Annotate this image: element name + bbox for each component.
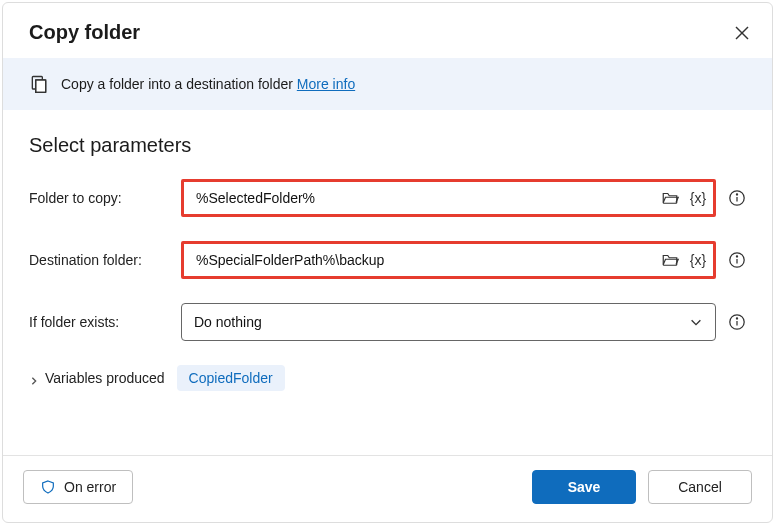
destination-folder-input[interactable] — [181, 241, 716, 279]
if-folder-exists-value: Do nothing — [194, 314, 262, 330]
footer-right-buttons: Save Cancel — [532, 470, 752, 504]
on-error-button[interactable]: On error — [23, 470, 133, 504]
variables-produced-label: Variables produced — [45, 370, 165, 386]
save-button[interactable]: Save — [532, 470, 636, 504]
svg-point-9 — [736, 256, 737, 257]
info-icon[interactable] — [728, 189, 746, 207]
destination-folder-icons: {x} — [660, 250, 708, 270]
dialog-titlebar: Copy folder — [3, 3, 772, 58]
dialog-title: Copy folder — [29, 21, 140, 44]
destination-folder-label: Destination folder: — [29, 252, 169, 268]
variable-picker-icon[interactable]: {x} — [688, 250, 708, 270]
cancel-button[interactable]: Cancel — [648, 470, 752, 504]
chevron-down-icon — [689, 315, 703, 329]
folder-to-copy-control: {x} — [181, 179, 716, 217]
folder-to-copy-label: Folder to copy: — [29, 190, 169, 206]
info-icon[interactable] — [728, 313, 746, 331]
field-folder-to-copy: Folder to copy: {x} — [29, 179, 746, 217]
dialog-body: Select parameters Folder to copy: {x} — [3, 110, 772, 455]
on-error-label: On error — [64, 479, 116, 495]
variables-produced-row: Variables produced CopiedFolder — [29, 365, 746, 391]
copy-folder-icon — [29, 74, 49, 94]
svg-point-12 — [736, 318, 737, 319]
copy-folder-dialog: Copy folder Copy a folder into a destina… — [2, 2, 773, 523]
variable-picker-icon[interactable]: {x} — [688, 188, 708, 208]
folder-to-copy-icons: {x} — [660, 188, 708, 208]
variables-produced-toggle[interactable]: Variables produced — [29, 370, 165, 386]
info-icon[interactable] — [728, 251, 746, 269]
if-folder-exists-select[interactable]: Do nothing — [181, 303, 716, 341]
close-icon[interactable] — [734, 25, 750, 41]
info-bar: Copy a folder into a destination folder … — [3, 58, 772, 110]
variable-chip[interactable]: CopiedFolder — [177, 365, 285, 391]
folder-to-copy-input[interactable] — [181, 179, 716, 217]
field-destination-folder: Destination folder: {x} — [29, 241, 746, 279]
shield-icon — [40, 479, 56, 495]
info-text: Copy a folder into a destination folder … — [61, 76, 355, 92]
svg-point-6 — [736, 194, 737, 195]
browse-folder-icon[interactable] — [660, 250, 680, 270]
if-folder-exists-control: Do nothing — [181, 303, 716, 341]
chevron-right-icon — [29, 373, 39, 383]
destination-folder-control: {x} — [181, 241, 716, 279]
browse-folder-icon[interactable] — [660, 188, 680, 208]
field-if-folder-exists: If folder exists: Do nothing — [29, 303, 746, 341]
if-folder-exists-label: If folder exists: — [29, 314, 169, 330]
dialog-footer: On error Save Cancel — [3, 455, 772, 522]
section-heading: Select parameters — [29, 134, 746, 157]
info-text-label: Copy a folder into a destination folder — [61, 76, 297, 92]
more-info-link[interactable]: More info — [297, 76, 355, 92]
